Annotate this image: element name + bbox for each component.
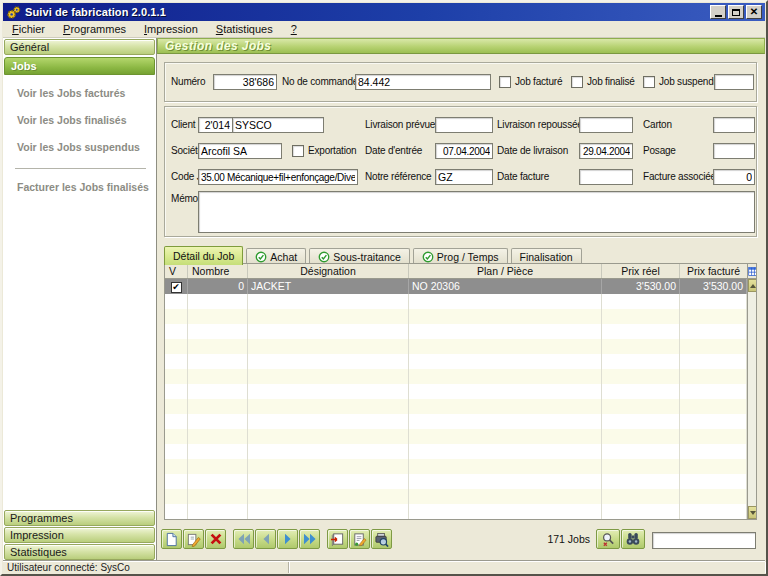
- sidebar-item-voir-jobs-factures[interactable]: Voir les Jobs facturés: [3, 87, 156, 99]
- table-empty-row[interactable]: [165, 309, 747, 324]
- table-scrollbar[interactable]: [747, 264, 757, 519]
- first-record-button[interactable]: [233, 529, 254, 549]
- no-commande-field[interactable]: [355, 74, 491, 90]
- edit-report-button[interactable]: [349, 529, 370, 549]
- transfer-job-button[interactable]: [327, 529, 348, 549]
- date-entree-field[interactable]: [435, 143, 493, 159]
- scroll-down-button[interactable]: [748, 506, 757, 519]
- close-button[interactable]: ✕: [746, 5, 762, 19]
- previous-record-button[interactable]: [255, 529, 276, 549]
- date-facture-label: Date facture: [497, 169, 549, 185]
- table-empty-row[interactable]: [165, 429, 747, 444]
- search-input[interactable]: [652, 532, 756, 549]
- date-livraison-field[interactable]: [579, 143, 633, 159]
- sidebar-section-general[interactable]: Général: [4, 39, 155, 55]
- chevron-left-icon: [259, 533, 273, 545]
- table-empty-row[interactable]: [165, 414, 747, 429]
- sidebar-section-programmes[interactable]: Programmes: [4, 510, 155, 526]
- clear-search-button[interactable]: [596, 529, 620, 549]
- sidebar-item-voir-jobs-suspendus[interactable]: Voir les Jobs suspendus: [3, 141, 156, 153]
- table-row[interactable]: 0 JACKET NO 20306 3'530.00 3'530.00: [165, 279, 747, 294]
- menu-programmes[interactable]: Programmes: [54, 21, 135, 37]
- menu-fichier[interactable]: Fichier: [3, 21, 54, 37]
- column-header-nombre[interactable]: Nombre: [188, 264, 248, 278]
- client-code-field[interactable]: [198, 117, 233, 133]
- sidebar-item-facturer-jobs-finalises[interactable]: Facturer les Jobs finalisés: [3, 181, 156, 193]
- find-button[interactable]: [621, 529, 645, 549]
- table-empty-row[interactable]: [165, 489, 747, 504]
- table-empty-row[interactable]: [165, 399, 747, 414]
- date-livraison-label: Date de livraison: [497, 143, 568, 159]
- table-empty-row[interactable]: [165, 444, 747, 459]
- row-checkbox[interactable]: [171, 282, 182, 293]
- maximize-button[interactable]: [728, 5, 744, 19]
- last-record-button[interactable]: [299, 529, 320, 549]
- title-bar[interactable]: Suivi de fabrication 2.0.1.1 ✕: [3, 3, 765, 21]
- table-empty-row[interactable]: [165, 294, 747, 309]
- new-job-button[interactable]: [161, 529, 182, 549]
- numero-field[interactable]: [213, 74, 277, 90]
- posage-field[interactable]: [713, 143, 755, 159]
- row-check-cell[interactable]: [165, 279, 188, 294]
- delete-x-icon: [209, 532, 223, 546]
- column-header-designation[interactable]: Désignation: [248, 264, 409, 278]
- column-header-v[interactable]: V: [165, 264, 188, 278]
- livraison-repoussee-field[interactable]: [579, 117, 633, 133]
- tab-sous-traitance[interactable]: Sous-traitance: [309, 248, 410, 264]
- tab-achat[interactable]: Achat: [246, 248, 306, 264]
- table-empty-row[interactable]: [165, 369, 747, 384]
- column-header-prix-reel[interactable]: Prix réel: [602, 264, 680, 278]
- magnifier-x-icon: [601, 532, 616, 547]
- exportation-checkbox[interactable]: [292, 145, 304, 157]
- edit-job-button[interactable]: [183, 529, 204, 549]
- row-prix-facture-cell: 3'530.00: [680, 279, 747, 294]
- table-empty-row[interactable]: [165, 339, 747, 354]
- job-suspendu-extra-field[interactable]: [714, 74, 754, 90]
- client-name-field[interactable]: [232, 117, 324, 133]
- menu-help[interactable]: ?: [282, 21, 306, 37]
- date-facture-field[interactable]: [579, 169, 633, 185]
- table-empty-row[interactable]: [165, 504, 747, 519]
- table-grid-icon-button[interactable]: [748, 264, 757, 279]
- double-chevron-left-icon: [237, 533, 251, 545]
- table-empty-rows: [165, 294, 747, 519]
- table-empty-row[interactable]: [165, 354, 747, 369]
- table-empty-row[interactable]: [165, 459, 747, 474]
- minimize-button[interactable]: [710, 5, 726, 19]
- sidebar-section-impression[interactable]: Impression: [4, 527, 155, 543]
- tab-finalisation[interactable]: Finalisation: [511, 248, 582, 264]
- delete-job-button[interactable]: [205, 529, 226, 549]
- tab-detail-du-job[interactable]: Détail du Job: [164, 246, 243, 265]
- notre-reference-field[interactable]: [435, 169, 493, 185]
- sidebar-section-jobs[interactable]: Jobs: [4, 57, 155, 75]
- menu-statistiques[interactable]: Statistiques: [207, 21, 282, 37]
- job-suspendu-checkbox[interactable]: [643, 76, 655, 88]
- column-header-plan-piece[interactable]: Plan / Pièce: [409, 264, 602, 278]
- job-finalise-checkbox[interactable]: [571, 76, 583, 88]
- sidebar-item-voir-jobs-finalises[interactable]: Voir les Jobs finalisés: [3, 114, 156, 126]
- notre-reference-label: Notre référence: [365, 169, 431, 185]
- table-header-row: V Nombre Désignation Plan / Pièce Prix r…: [165, 264, 747, 279]
- table-empty-row[interactable]: [165, 384, 747, 399]
- livraison-prevue-field[interactable]: [435, 117, 493, 133]
- table-empty-row[interactable]: [165, 474, 747, 489]
- menu-impression[interactable]: Impression: [135, 21, 207, 37]
- scroll-up-button[interactable]: [748, 279, 757, 292]
- page-title: Gestion des Jobs: [157, 38, 765, 54]
- memo-textarea[interactable]: [198, 191, 755, 233]
- sidebar-section-statistiques[interactable]: Statistiques: [4, 544, 155, 560]
- code-job-field[interactable]: [198, 169, 358, 185]
- job-facture-checkbox[interactable]: [499, 76, 511, 88]
- carton-field[interactable]: [713, 117, 755, 133]
- facture-associee-field[interactable]: [713, 169, 755, 185]
- societe-field[interactable]: [198, 143, 282, 159]
- table-empty-row[interactable]: [165, 324, 747, 339]
- column-header-prix-facture[interactable]: Prix facturé: [680, 264, 747, 278]
- row-plan-piece-cell: NO 20306: [409, 279, 602, 294]
- row-nombre-cell: 0: [188, 279, 248, 294]
- print-preview-button[interactable]: [371, 529, 392, 549]
- main-panel: Gestion des Jobs Numéro No de commande J…: [157, 38, 765, 561]
- tab-prog-temps[interactable]: Prog / Temps: [413, 248, 508, 264]
- record-toolbar: 171 Jobs: [161, 528, 756, 550]
- next-record-button[interactable]: [277, 529, 298, 549]
